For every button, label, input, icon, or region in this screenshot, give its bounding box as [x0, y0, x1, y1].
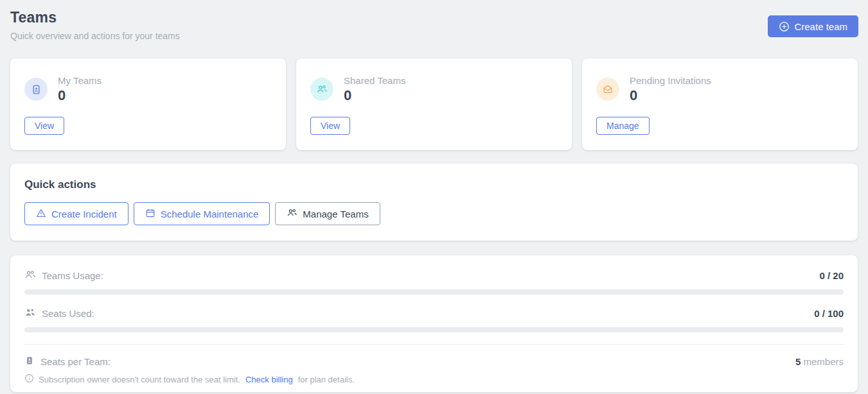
- view-shared-teams-button[interactable]: View: [310, 117, 350, 135]
- users-icon: [287, 207, 297, 220]
- my-teams-card: My Teams 0 View: [10, 58, 286, 150]
- info-icon: [24, 373, 34, 385]
- badge-icon: [24, 78, 48, 101]
- calendar-icon: [145, 208, 155, 220]
- users-outline-icon: [24, 269, 36, 282]
- page-subtitle: Quick overview and actions for your team…: [10, 31, 858, 41]
- seats-used-progressbar: [24, 327, 844, 332]
- badge-filled-icon: [24, 355, 35, 368]
- seats-per-team-row: Seats per Team: 5 members: [24, 355, 844, 368]
- seat-limit-note: Subscription owner doesn't count toward …: [24, 373, 844, 385]
- teams-usage-row: Teams Usage: 0 / 20: [24, 269, 844, 282]
- users-filled-icon: [24, 307, 36, 320]
- create-team-label: Create team: [794, 21, 847, 32]
- manage-invitations-button[interactable]: Manage: [596, 117, 650, 135]
- card-label: Shared Teams: [344, 75, 405, 86]
- pending-invitations-card: Pending Invitations 0 Manage: [582, 58, 858, 150]
- create-incident-button[interactable]: Create Incident: [24, 202, 128, 225]
- note-text-before: Subscription owner doesn't count toward …: [39, 375, 240, 384]
- quick-actions-title: Quick actions: [24, 178, 844, 191]
- card-value: 0: [630, 88, 711, 103]
- card-label: My Teams: [58, 75, 102, 86]
- schedule-maintenance-button[interactable]: Schedule Maintenance: [134, 202, 270, 225]
- seats-used-row: Seats Used: 0 / 100: [24, 307, 844, 320]
- divider: [24, 344, 844, 345]
- users-icon: [310, 78, 333, 101]
- warning-icon: [36, 208, 46, 220]
- circle-plus-icon: [779, 21, 790, 32]
- page-header: Teams Quick overview and actions for you…: [10, 9, 858, 41]
- check-billing-link[interactable]: Check billing: [245, 375, 293, 384]
- usage-panel: Teams Usage: 0 / 20 Seats Used: 0 / 100: [10, 255, 858, 392]
- page-title: Teams: [10, 9, 858, 26]
- card-label: Pending Invitations: [630, 75, 711, 86]
- note-text-after: for plan details.: [298, 375, 355, 384]
- card-value: 0: [344, 88, 405, 103]
- shared-teams-card: Shared Teams 0 View: [296, 58, 572, 150]
- page-container: Teams Quick overview and actions for you…: [0, 0, 868, 392]
- manage-teams-button[interactable]: Manage Teams: [275, 202, 380, 225]
- card-value: 0: [58, 88, 102, 103]
- stat-cards-row: My Teams 0 View Shared Teams: [10, 58, 858, 150]
- quick-actions-panel: Quick actions Create Incident: [10, 164, 858, 241]
- seats-per-team-label: Seats per Team:: [40, 356, 111, 367]
- view-my-teams-button[interactable]: View: [24, 117, 64, 135]
- envelope-icon: [596, 78, 619, 101]
- teams-usage-label: Teams Usage:: [42, 270, 103, 281]
- teams-usage-value: 0 / 20: [819, 270, 844, 281]
- seats-used-value: 0 / 100: [814, 308, 844, 319]
- seats-used-label: Seats Used:: [42, 308, 94, 319]
- create-team-button[interactable]: Create team: [768, 15, 858, 37]
- teams-usage-progressbar: [24, 289, 844, 295]
- seats-per-team-value: 5 members: [795, 356, 844, 367]
